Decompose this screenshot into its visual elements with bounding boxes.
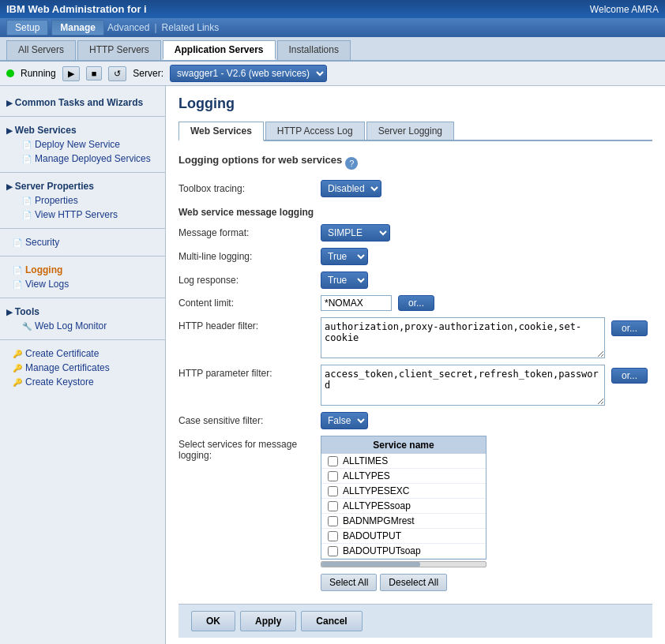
- logging-options-section: Logging options for web services ? Toolb…: [178, 154, 652, 197]
- service-item-badoutput: BADOUTPUT: [321, 529, 486, 544]
- header-title: IBM Web Administration for i: [6, 3, 147, 15]
- content-limit-input[interactable]: [321, 295, 392, 311]
- sidebar-server-properties-title[interactable]: Server Properties: [6, 179, 159, 193]
- case-sensitive-row: Case sensitive filter: False True: [178, 412, 652, 429]
- message-format-select[interactable]: SIMPLE DETAILED: [321, 224, 390, 242]
- sidebar-logging[interactable]: 📄 Logging: [6, 263, 159, 277]
- select-all-button[interactable]: Select All: [321, 574, 377, 591]
- scrollbar-thumb: [321, 562, 420, 567]
- select-services-row: Select services for message logging: Ser…: [178, 436, 652, 591]
- cancel-button[interactable]: Cancel: [301, 611, 362, 631]
- content-area: Logging Web Services HTTP Access Log Ser…: [166, 86, 665, 644]
- http-header-filter-label: HTTP header filter:: [178, 317, 321, 331]
- select-services-label: Select services for message logging:: [178, 436, 321, 461]
- apply-button[interactable]: Apply: [240, 611, 296, 631]
- message-logging-title: Web service message logging: [178, 207, 652, 218]
- service-checkbox-badoutputsoap[interactable]: [328, 546, 338, 556]
- sub-tab-web-services[interactable]: Web Services: [178, 122, 264, 141]
- content-limit-label: Content limit:: [178, 298, 321, 309]
- multi-line-row: Multi-line logging: True False: [178, 248, 652, 265]
- http-param-filter-label: HTTP parameter filter:: [178, 365, 321, 379]
- select-buttons: Select All Deselect All: [321, 574, 487, 591]
- http-header-or-button[interactable]: or...: [611, 320, 648, 336]
- sidebar-view-logs[interactable]: 📄 View Logs: [6, 277, 159, 291]
- manage-button[interactable]: Manage: [51, 20, 104, 36]
- sidebar-common-tasks[interactable]: Common Tasks and Wizards: [6, 95, 159, 110]
- service-checkbox-alltypesexc[interactable]: [328, 486, 338, 496]
- doc-icon7: 📄: [13, 280, 22, 289]
- related-links-link[interactable]: Related Links: [162, 22, 220, 33]
- http-param-or-button[interactable]: or...: [611, 368, 648, 384]
- log-response-select[interactable]: True False: [321, 271, 368, 289]
- stop-button[interactable]: ■: [86, 66, 103, 80]
- sidebar-web-log-monitor[interactable]: 🔧 Web Log Monitor: [6, 319, 159, 333]
- server-label: Server:: [133, 68, 163, 79]
- service-checkbox-badoutput[interactable]: [328, 531, 338, 541]
- play-button[interactable]: ▶: [62, 66, 80, 81]
- header: IBM Web Administration for i Welcome AMR…: [0, 0, 665, 18]
- multi-line-label: Multi-line logging:: [178, 251, 321, 262]
- nav-bar: Setup Manage Advanced | Related Links: [0, 18, 665, 37]
- http-header-filter-textarea[interactable]: authorization,proxy-authorization,cookie…: [321, 317, 605, 358]
- sidebar-security[interactable]: 📄 Security: [6, 235, 159, 249]
- service-checkbox-alltimes[interactable]: [328, 456, 338, 466]
- header-welcome: Welcome AMRA: [590, 4, 659, 15]
- cert-icon3: 🔑: [13, 378, 22, 387]
- content-limit-row: Content limit: or...: [178, 295, 652, 311]
- multi-line-select[interactable]: True False: [321, 248, 368, 265]
- tab-all-servers[interactable]: All Servers: [6, 40, 76, 60]
- http-header-filter-row: HTTP header filter: authorization,proxy-…: [178, 317, 652, 358]
- tab-application-servers[interactable]: Application Servers: [163, 40, 276, 60]
- sidebar-view-http-servers[interactable]: 📄 View HTTP Servers: [6, 208, 159, 222]
- sidebar-manage-deployed-services[interactable]: 📄 Manage Deployed Services: [6, 152, 159, 166]
- toolbox-tracing-row: Toolbox tracing: Disabled Enabled: [178, 180, 652, 197]
- message-logging-section: Web service message logging Message form…: [178, 207, 652, 591]
- toolbox-tracing-label: Toolbox tracing:: [178, 183, 321, 194]
- refresh-button[interactable]: ↺: [108, 66, 126, 81]
- deselect-all-button[interactable]: Deselect All: [380, 574, 447, 591]
- server-select[interactable]: swagger1 - V2.6 (web services): [170, 65, 327, 82]
- service-list: Service name ALLTIMES ALLTYPES ALLTYPESE…: [321, 436, 487, 560]
- log-response-label: Log response:: [178, 275, 321, 286]
- service-checkbox-alltypessoap[interactable]: [328, 501, 338, 511]
- service-list-area: Service name ALLTIMES ALLTYPES ALLTYPESE…: [321, 436, 487, 591]
- tab-http-servers[interactable]: HTTP Servers: [77, 40, 161, 60]
- document-icon2: 📄: [22, 155, 32, 163]
- sidebar: Common Tasks and Wizards Web Services 📄 …: [0, 86, 166, 644]
- http-param-filter-textarea[interactable]: access_token,client_secret,refresh_token…: [321, 365, 605, 406]
- sidebar-properties[interactable]: 📄 Properties: [6, 193, 159, 208]
- case-sensitive-select[interactable]: False True: [321, 412, 368, 429]
- help-icon[interactable]: ?: [345, 157, 358, 170]
- sidebar-create-certificate[interactable]: 🔑 Create Certificate: [6, 346, 159, 361]
- logging-options-title: Logging options for web services: [178, 154, 342, 166]
- service-checkbox-alltypes[interactable]: [328, 471, 338, 481]
- service-item-alltypessoap: ALLTYPESsoap: [321, 499, 486, 514]
- case-sensitive-label: Case sensitive filter:: [178, 415, 321, 426]
- message-format-label: Message format:: [178, 227, 321, 238]
- content-limit-or-button[interactable]: or...: [398, 295, 434, 311]
- setup-button[interactable]: Setup: [6, 20, 48, 36]
- service-item-badoutputsoap: BADOUTPUTsoap: [321, 544, 486, 559]
- sidebar-create-keystore[interactable]: 🔑 Create Keystore: [6, 375, 159, 389]
- sub-tab-http-access-log[interactable]: HTTP Access Log: [265, 122, 365, 140]
- scrollbar[interactable]: [321, 561, 487, 567]
- advanced-link[interactable]: Advanced: [107, 22, 149, 33]
- toolbox-tracing-select[interactable]: Disabled Enabled: [321, 180, 381, 197]
- status-indicator: [6, 69, 14, 77]
- service-checkbox-badnmpgmrest[interactable]: [328, 516, 338, 526]
- sidebar-tools-title[interactable]: Tools: [6, 305, 159, 319]
- main-layout: Common Tasks and Wizards Web Services 📄 …: [0, 86, 665, 644]
- doc-icon4: 📄: [22, 211, 32, 219]
- sidebar-manage-certificates[interactable]: 🔑 Manage Certificates: [6, 361, 159, 375]
- tab-installations[interactable]: Installations: [277, 40, 351, 60]
- service-item-alltypesexc: ALLTYPESEXC: [321, 484, 486, 499]
- sidebar-web-services-title[interactable]: Web Services: [6, 123, 159, 137]
- ok-button[interactable]: OK: [191, 611, 235, 631]
- service-item-alltypes: ALLTYPES: [321, 469, 486, 484]
- sub-tab-server-logging[interactable]: Server Logging: [366, 122, 454, 140]
- http-param-filter-row: HTTP parameter filter: access_token,clie…: [178, 365, 652, 406]
- log-response-row: Log response: True False: [178, 271, 652, 289]
- sidebar-deploy-new-service[interactable]: 📄 Deploy New Service: [6, 137, 159, 152]
- message-format-row: Message format: SIMPLE DETAILED: [178, 224, 652, 242]
- page-title: Logging: [178, 95, 652, 112]
